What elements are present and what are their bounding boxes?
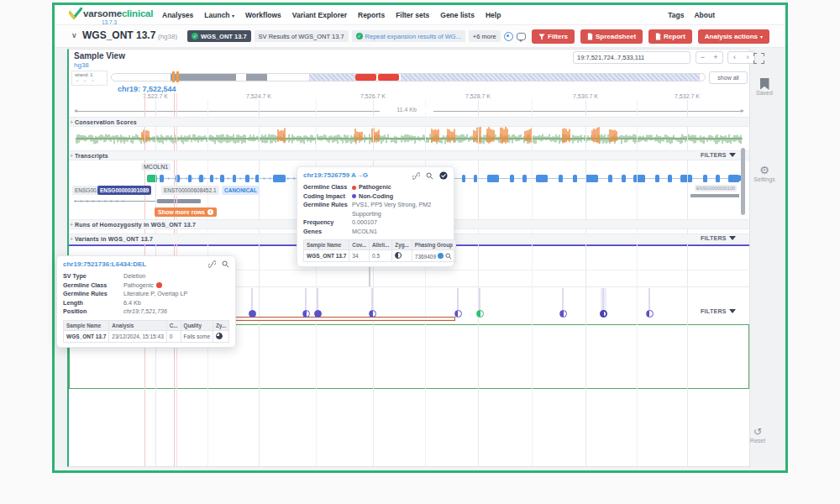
exon[interactable]	[474, 175, 477, 182]
exon[interactable]	[487, 175, 499, 182]
expand-plus-icon[interactable]: +	[70, 153, 73, 159]
exon[interactable]	[233, 175, 236, 182]
menu-tags[interactable]: Tags	[668, 11, 684, 19]
zoom-out-button[interactable]: −	[696, 51, 710, 64]
analysis-date-link[interactable]: 23/12/2024, 15:15:43	[109, 330, 166, 342]
enst-chip[interactable]: ENST00000608452.1	[161, 186, 219, 195]
funnel-icon	[729, 309, 736, 313]
variant-lollipop[interactable]	[369, 310, 376, 318]
variant-lollipop[interactable]	[646, 310, 654, 318]
menu-gene-lists[interactable]: Gene lists	[440, 11, 475, 19]
menu-workflows[interactable]: Workflows	[245, 11, 281, 19]
menu-variant-explorer[interactable]: Variant Explorer	[292, 11, 347, 19]
link-icon[interactable]	[412, 172, 420, 180]
exon[interactable]	[585, 175, 598, 182]
variant-lollipop[interactable]	[454, 310, 462, 318]
app-version: 13.7.3	[102, 19, 117, 25]
spreadsheet-button[interactable]: Spreadsheet	[580, 29, 643, 44]
filters-button[interactable]: Filters	[532, 29, 575, 44]
menu-about[interactable]: About	[694, 11, 715, 19]
menu-analyses[interactable]: Analyses	[162, 11, 193, 19]
reverse-transcript-exon[interactable]	[157, 199, 201, 203]
zoom-to-icon[interactable]	[426, 172, 433, 180]
panel-genome-label[interactable]: hg38	[74, 61, 89, 69]
expand-plus-icon[interactable]: +	[70, 119, 73, 125]
variant-lollipop[interactable]	[302, 310, 310, 318]
exon[interactable]	[633, 175, 645, 182]
saved-button[interactable]: Saved	[752, 78, 777, 96]
chip-current-analysis[interactable]: ✓WGS_ONT 13.7	[187, 30, 251, 42]
exon[interactable]	[510, 175, 514, 182]
track-header-transcripts[interactable]: + Transcripts	[69, 150, 749, 160]
menu-reports[interactable]: Reports	[358, 11, 385, 19]
link-icon[interactable]	[208, 260, 216, 268]
gene-label[interactable]: MCOLN1	[141, 163, 171, 171]
chip-more-analyses[interactable]: +6 more	[469, 30, 501, 42]
chip-sv-results[interactable]: SV Results of WGS_ONT 13.7	[255, 30, 349, 42]
zoom-to-icon[interactable]	[222, 260, 229, 268]
show-more-rows-button[interactable]: Show more rowsi	[155, 207, 217, 217]
exon[interactable]	[573, 175, 577, 182]
analysis-actions-button[interactable]: Analysis actions▾	[698, 29, 769, 44]
variant-lollipop[interactable]	[559, 310, 567, 318]
exon[interactable]	[703, 175, 707, 182]
exon[interactable]	[160, 175, 164, 182]
variant-lollipop[interactable]	[314, 310, 322, 318]
funnel-icon	[538, 34, 545, 40]
exon[interactable]	[680, 175, 692, 182]
variant-lollipop[interactable]	[249, 310, 256, 318]
zoom-in-button[interactable]: +	[709, 51, 723, 64]
exon[interactable]	[668, 175, 672, 182]
variant-lollipop[interactable]	[600, 310, 607, 318]
variant-lollipop[interactable]	[476, 310, 484, 318]
classified-check-icon[interactable]	[439, 171, 448, 180]
exon[interactable]	[559, 175, 563, 182]
exon[interactable]	[522, 175, 527, 182]
exon[interactable]	[655, 175, 659, 182]
track-header-conservation[interactable]: + Conservation Scores	[69, 117, 749, 127]
exon[interactable]	[536, 175, 548, 182]
expand-plus-icon[interactable]: +	[70, 222, 73, 228]
exon[interactable]	[716, 175, 720, 182]
vertical-scrollbar[interactable]	[741, 148, 745, 215]
chromosome-ideogram[interactable]	[111, 73, 706, 81]
sv-popup: chr19:7521736:L6434:DEL SV TypeDeletion …	[56, 255, 236, 348]
magnifier-icon[interactable]	[445, 253, 452, 260]
settings-button[interactable]: ⚙ Settings	[752, 164, 777, 182]
exon[interactable]	[728, 175, 739, 182]
pan-left-button[interactable]: ‹	[727, 51, 742, 64]
reset-button[interactable]: ↺ Reset	[745, 426, 770, 444]
right-transcript-bar[interactable]	[690, 194, 739, 197]
comment-bubble-icon[interactable]	[517, 33, 526, 40]
position-input[interactable]	[573, 51, 690, 64]
exon[interactable]	[608, 175, 612, 182]
menu-filter-sets[interactable]: Filter sets	[396, 11, 429, 19]
collapse-chevron-icon[interactable]: ∨	[71, 31, 77, 39]
transcripts-filters-button[interactable]: FILTERS	[701, 152, 736, 158]
exon[interactable]	[188, 175, 192, 182]
exon[interactable]	[273, 175, 286, 182]
exon[interactable]	[622, 175, 626, 182]
target-icon[interactable]	[504, 32, 513, 41]
exon[interactable]	[220, 175, 224, 182]
variants-filters-button[interactable]: FILTERS	[701, 235, 736, 241]
panel-title: Sample View	[74, 51, 125, 60]
exon[interactable]	[199, 175, 203, 182]
chip-repeat-expansion[interactable]: ✓Repeat expansion results of WG...	[352, 30, 465, 42]
exon[interactable]	[210, 175, 213, 182]
sv-filters-button[interactable]: FILTERS	[701, 308, 736, 314]
report-button[interactable]: Report	[648, 29, 692, 44]
exon[interactable]	[462, 175, 465, 182]
menu-help[interactable]: Help	[486, 11, 501, 19]
fullscreen-button[interactable]	[753, 53, 764, 64]
sv-popup-title[interactable]: chr19:7521736:L6434:DEL	[63, 260, 229, 268]
right-ensg-chip[interactable]: ENSG0000000100	[695, 185, 737, 192]
analysis-title[interactable]: WGS_ONT 13.7	[82, 29, 155, 41]
brand-logo[interactable]: varsomeclinical	[83, 8, 153, 18]
show-all-button[interactable]: show all	[709, 71, 748, 84]
ensg-selected-chip[interactable]: ENSG00000301089	[97, 186, 151, 195]
table-row: WGS_ONT 13.7 23/12/2024, 15:15:43 0 Fail…	[64, 330, 229, 342]
menu-launch[interactable]: Launch ▾	[204, 11, 234, 19]
expand-plus-icon[interactable]: +	[70, 236, 73, 242]
exon[interactable]	[245, 175, 249, 182]
